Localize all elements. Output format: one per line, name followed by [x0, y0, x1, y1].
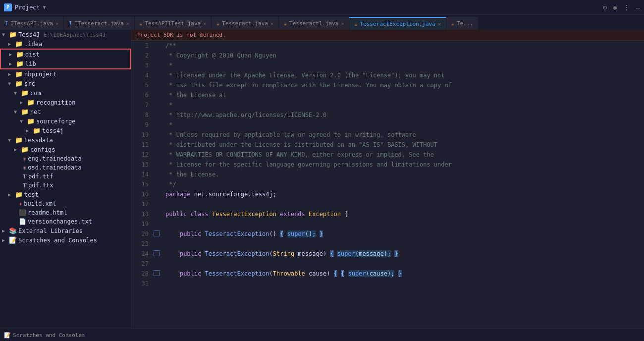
line-content-1: /**: [163, 41, 644, 51]
bottom-bar: 📝 Scratches and Consoles: [0, 329, 644, 341]
sync-btn[interactable]: ⊙: [603, 3, 607, 11]
sidebar-item-dist[interactable]: ▶ 📁 dist: [1, 50, 130, 59]
sidebar-item-external-libs[interactable]: ▶ 📚 External Libraries: [0, 226, 131, 235]
title-project-label: Project: [15, 4, 40, 11]
bottom-scratches-label: Scratches and Consoles: [13, 332, 85, 339]
line-num-18: 18: [131, 209, 154, 219]
sidebar-item-src[interactable]: ▼ 📁 src: [0, 79, 131, 88]
code-line-24: 24 public TesseractException(String mess…: [131, 249, 644, 259]
sidebar-item-versionchanges[interactable]: ▶ 📄 versionchanges.txt: [0, 217, 131, 226]
title-controls: ⊙ ✱ ⋮ —: [603, 3, 640, 11]
pdf-ttf-file-icon: 𝐓: [23, 173, 27, 180]
sidebar-item-nbproject[interactable]: ▶ 📁 nbproject: [0, 69, 131, 79]
sdk-warning-text: Project SDK is not defined.: [137, 32, 226, 38]
sidebar-item-readme-html[interactable]: ▶ ⬛ readme.html: [0, 208, 131, 217]
idea-folder-icon: 📁: [15, 40, 23, 48]
tab-close-itessapi[interactable]: ✕: [55, 21, 58, 26]
recognition-folder-icon: 📁: [27, 99, 35, 106]
sidebar-item-pdf-ttf[interactable]: ▶ 𝐓 pdf.ttf: [0, 172, 131, 181]
sidebar-item-sourceforge[interactable]: ▼ 📁 sourceforge: [0, 116, 131, 126]
line-num-20: 20: [131, 229, 154, 239]
tess4j-arrow: ▶: [26, 128, 32, 133]
line-num-3: 3: [131, 60, 154, 70]
net-folder-icon: 📁: [21, 108, 29, 115]
tab-icon-tesseractexception: ☕: [354, 21, 357, 27]
code-line-28: 28 public TesseractException(Throwable c…: [131, 269, 644, 279]
sidebar-item-tess4j[interactable]: ▶ 📁 tess4j: [0, 126, 131, 135]
sidebar-item-net[interactable]: ▼ 📁 net: [0, 107, 131, 116]
bookmark-28: [154, 270, 160, 276]
code-line-19: 19: [131, 219, 644, 229]
line-content-20: public TesseractException() { super(); }: [163, 229, 644, 239]
bookmark-20: [154, 230, 160, 236]
sidebar-item-recognition[interactable]: ▶ 📁 recognition: [0, 98, 131, 107]
sidebar-item-tessdata[interactable]: ▼ 📁 tessdata: [0, 135, 131, 145]
line-num-6: 6: [131, 90, 154, 100]
sidebar-item-idea[interactable]: ▶ 📁 .idea: [0, 39, 131, 49]
line-num-31: 31: [131, 279, 154, 288]
osd-file-icon: ✳: [23, 164, 26, 171]
title-bar: P Project ▼ ⊙ ✱ ⋮ —: [0, 0, 644, 15]
dist-folder-icon: 📁: [16, 51, 24, 58]
tab-close-tesseract[interactable]: ✕: [270, 21, 273, 26]
sidebar-item-osd-trained[interactable]: ▶ ✳ osd.traineddata: [0, 163, 131, 172]
tab-close-tesseractexception[interactable]: ✕: [438, 21, 441, 27]
sidebar-item-pdf-ttx[interactable]: ▶ 𝐓 pdf.ttx: [0, 181, 131, 190]
line-num-11: 11: [131, 140, 154, 150]
nbproject-arrow: ▶: [8, 71, 14, 77]
code-editor[interactable]: 1 /** 2 * Copyright @ 2010 Quan Nguyen 3…: [131, 41, 644, 329]
line-content-12: * WARRANTIES OR CONDITIONS OF ANY KIND, …: [163, 150, 644, 160]
sidebar-item-configs[interactable]: ▶ 📁 configs: [0, 145, 131, 154]
idea-label: .idea: [24, 41, 42, 48]
tab-tesseract[interactable]: ☕ Tesseract.java ✕: [212, 17, 279, 30]
configs-arrow: ▶: [14, 147, 20, 152]
code-line-18: 18 public class TesseractException exten…: [131, 209, 644, 219]
minimize-btn[interactable]: —: [636, 3, 640, 11]
tab-itessapi[interactable]: I ITessAPI.java ✕: [0, 17, 64, 30]
code-line-11: 11 * distributed under the License is di…: [131, 140, 644, 150]
tessdata-arrow: ▼: [8, 137, 14, 143]
sidebar-item-scratches[interactable]: ▶ 📝 Scratches and Consoles: [0, 235, 131, 245]
bottom-scratches[interactable]: 📝 Scratches and Consoles: [4, 332, 85, 339]
sidebar-root[interactable]: ▼ 📁 Tess4J E:\IDEASpace\Tess4J: [0, 30, 131, 39]
project-chevron[interactable]: ▼: [43, 4, 46, 10]
code-line-8: 8 * http://www.apache.org/licenses/LICEN…: [131, 110, 644, 120]
sidebar-item-eng-trained[interactable]: ▶ ✳ eng.traineddata: [0, 154, 131, 163]
com-folder-icon: 📁: [21, 89, 29, 97]
line-num-5: 5: [131, 80, 154, 90]
build-xml-icon: ✦: [19, 200, 22, 207]
sidebar-item-test[interactable]: ▶ 📁 test: [0, 190, 131, 199]
tab-icon-itesseract: I: [69, 21, 72, 26]
ext-libs-label: External Libraries: [18, 227, 83, 234]
line-num-16: 16: [131, 189, 154, 199]
code-line-15: 15 */: [131, 179, 644, 189]
line-content-5: * use this file except in compliance wit…: [163, 80, 644, 90]
project-icon: P: [4, 3, 12, 11]
scratches-arrow: ▶: [2, 237, 8, 243]
tab-close-tesseract1[interactable]: ✕: [341, 21, 344, 26]
tab-label-tesseract: Tesseract.java: [222, 20, 268, 27]
bottom-scratches-icon: 📝: [4, 332, 11, 339]
tab-itesseract[interactable]: I ITesseract.java ✕: [64, 17, 134, 30]
sidebar-item-build-xml[interactable]: ▶ ✦ build.xml: [0, 199, 131, 208]
sidebar-item-com[interactable]: ▼ 📁 com: [0, 88, 131, 98]
configs-folder-icon: 📁: [21, 146, 29, 153]
sidebar-item-lib[interactable]: ▶ 📁 lib: [1, 59, 130, 68]
tab-close-tessapi1test[interactable]: ✕: [203, 21, 206, 26]
tabs-bar: I ITessAPI.java ✕ I ITesseract.java ✕ ☕ …: [0, 15, 644, 30]
root-label: Tess4J E:\IDEASpace\Tess4J: [18, 31, 106, 38]
tab-label-itessapi: ITessAPI.java: [10, 20, 53, 27]
tess4j-folder-icon: 📁: [33, 127, 41, 134]
more-btn[interactable]: ⋮: [623, 3, 630, 11]
recognition-label: recognition: [36, 99, 75, 106]
tab-te2[interactable]: ☕ Te...: [446, 17, 479, 30]
tab-tesseract1[interactable]: ☕ Tesseract1.java ✕: [279, 17, 349, 30]
line-content-24: public TesseractException(String message…: [163, 249, 644, 259]
tab-close-itesseract[interactable]: ✕: [126, 21, 129, 26]
tab-tessapi1test[interactable]: ☕ TessAPI1Test.java ✕: [135, 17, 212, 30]
nbproject-folder-icon: 📁: [15, 70, 23, 78]
tab-tesseractexception[interactable]: ☕ TesseractException.java ✕: [349, 17, 446, 30]
build-btn[interactable]: ✱: [613, 3, 617, 11]
versionchanges-label: versionchanges.txt: [28, 218, 92, 225]
sourceforge-arrow: ▼: [20, 118, 26, 124]
